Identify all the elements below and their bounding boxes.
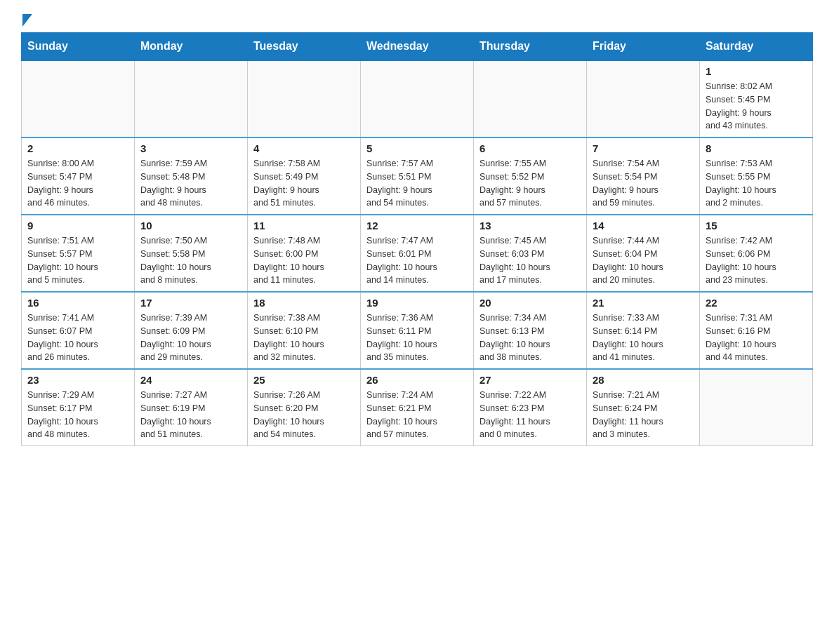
calendar-cell: 10Sunrise: 7:50 AM Sunset: 5:58 PM Dayli… xyxy=(135,215,248,292)
calendar-cell xyxy=(361,60,474,137)
day-info: Sunrise: 7:55 AM Sunset: 5:52 PM Dayligh… xyxy=(479,157,581,210)
day-info: Sunrise: 7:36 AM Sunset: 6:11 PM Dayligh… xyxy=(366,311,468,364)
weekday-header-saturday: Saturday xyxy=(700,33,813,61)
calendar-cell: 28Sunrise: 7:21 AM Sunset: 6:24 PM Dayli… xyxy=(587,369,700,446)
calendar-cell: 4Sunrise: 7:58 AM Sunset: 5:49 PM Daylig… xyxy=(248,137,361,215)
day-info: Sunrise: 7:33 AM Sunset: 6:14 PM Dayligh… xyxy=(593,311,694,364)
day-info: Sunrise: 7:34 AM Sunset: 6:13 PM Dayligh… xyxy=(479,311,581,364)
day-number: 20 xyxy=(479,297,581,309)
day-info: Sunrise: 7:42 AM Sunset: 6:06 PM Dayligh… xyxy=(706,234,807,287)
day-info: Sunrise: 7:48 AM Sunset: 6:00 PM Dayligh… xyxy=(253,234,355,287)
day-number: 21 xyxy=(593,297,694,309)
day-number: 5 xyxy=(366,142,468,154)
day-number: 17 xyxy=(140,297,241,309)
calendar-cell: 16Sunrise: 7:41 AM Sunset: 6:07 PM Dayli… xyxy=(22,292,135,369)
calendar-cell: 7Sunrise: 7:54 AM Sunset: 5:54 PM Daylig… xyxy=(587,137,700,215)
calendar-cell xyxy=(700,369,813,446)
calendar-cell: 24Sunrise: 7:27 AM Sunset: 6:19 PM Dayli… xyxy=(135,369,248,446)
calendar-cell: 23Sunrise: 7:29 AM Sunset: 6:17 PM Dayli… xyxy=(22,369,135,446)
calendar-cell: 2Sunrise: 8:00 AM Sunset: 5:47 PM Daylig… xyxy=(22,137,135,215)
calendar-cell: 5Sunrise: 7:57 AM Sunset: 5:51 PM Daylig… xyxy=(361,137,474,215)
day-number: 16 xyxy=(27,297,128,309)
calendar-cell: 13Sunrise: 7:45 AM Sunset: 6:03 PM Dayli… xyxy=(474,215,587,292)
day-info: Sunrise: 7:44 AM Sunset: 6:04 PM Dayligh… xyxy=(593,234,694,287)
weekday-header-sunday: Sunday xyxy=(22,33,135,61)
calendar-cell xyxy=(248,60,361,137)
weekday-header-tuesday: Tuesday xyxy=(248,33,361,61)
day-number: 13 xyxy=(479,220,581,232)
day-info: Sunrise: 7:59 AM Sunset: 5:48 PM Dayligh… xyxy=(140,157,241,210)
logo xyxy=(21,14,32,25)
day-number: 4 xyxy=(253,142,355,154)
day-number: 25 xyxy=(253,374,355,386)
weekday-header-wednesday: Wednesday xyxy=(361,33,474,61)
weekday-header-row: SundayMondayTuesdayWednesdayThursdayFrid… xyxy=(22,33,813,61)
calendar-cell: 9Sunrise: 7:51 AM Sunset: 5:57 PM Daylig… xyxy=(22,215,135,292)
calendar-table: SundayMondayTuesdayWednesdayThursdayFrid… xyxy=(21,32,813,446)
calendar-cell: 3Sunrise: 7:59 AM Sunset: 5:48 PM Daylig… xyxy=(135,137,248,215)
calendar-cell: 15Sunrise: 7:42 AM Sunset: 6:06 PM Dayli… xyxy=(700,215,813,292)
day-number: 1 xyxy=(706,65,807,77)
day-number: 28 xyxy=(593,374,694,386)
day-number: 14 xyxy=(593,220,694,232)
calendar-cell: 21Sunrise: 7:33 AM Sunset: 6:14 PM Dayli… xyxy=(587,292,700,369)
day-info: Sunrise: 7:22 AM Sunset: 6:23 PM Dayligh… xyxy=(479,389,581,441)
day-number: 19 xyxy=(366,297,468,309)
calendar-body: 1Sunrise: 8:02 AM Sunset: 5:45 PM Daylig… xyxy=(22,60,813,446)
day-number: 18 xyxy=(253,297,355,309)
day-info: Sunrise: 7:26 AM Sunset: 6:20 PM Dayligh… xyxy=(253,389,355,441)
day-info: Sunrise: 7:45 AM Sunset: 6:03 PM Dayligh… xyxy=(479,234,581,287)
calendar-cell: 26Sunrise: 7:24 AM Sunset: 6:21 PM Dayli… xyxy=(361,369,474,446)
day-info: Sunrise: 7:54 AM Sunset: 5:54 PM Dayligh… xyxy=(593,157,694,210)
calendar-header: SundayMondayTuesdayWednesdayThursdayFrid… xyxy=(22,33,813,61)
day-number: 9 xyxy=(27,220,128,232)
week-row-5: 23Sunrise: 7:29 AM Sunset: 6:17 PM Dayli… xyxy=(22,369,813,446)
week-row-1: 1Sunrise: 8:02 AM Sunset: 5:45 PM Daylig… xyxy=(22,60,813,137)
weekday-header-thursday: Thursday xyxy=(474,33,587,61)
day-number: 23 xyxy=(27,374,128,386)
day-info: Sunrise: 7:29 AM Sunset: 6:17 PM Dayligh… xyxy=(27,389,128,441)
calendar-cell: 17Sunrise: 7:39 AM Sunset: 6:09 PM Dayli… xyxy=(135,292,248,369)
day-number: 11 xyxy=(253,220,355,232)
day-number: 10 xyxy=(140,220,241,232)
calendar-cell: 6Sunrise: 7:55 AM Sunset: 5:52 PM Daylig… xyxy=(474,137,587,215)
page-header xyxy=(21,14,813,25)
calendar-cell: 8Sunrise: 7:53 AM Sunset: 5:55 PM Daylig… xyxy=(700,137,813,215)
day-number: 8 xyxy=(706,142,807,154)
day-info: Sunrise: 7:51 AM Sunset: 5:57 PM Dayligh… xyxy=(27,234,128,287)
logo-triangle-icon xyxy=(22,14,32,27)
week-row-2: 2Sunrise: 8:00 AM Sunset: 5:47 PM Daylig… xyxy=(22,137,813,215)
day-info: Sunrise: 7:21 AM Sunset: 6:24 PM Dayligh… xyxy=(593,389,694,441)
calendar-cell: 18Sunrise: 7:38 AM Sunset: 6:10 PM Dayli… xyxy=(248,292,361,369)
day-number: 7 xyxy=(593,142,694,154)
day-number: 6 xyxy=(479,142,581,154)
day-number: 12 xyxy=(366,220,468,232)
day-info: Sunrise: 8:00 AM Sunset: 5:47 PM Dayligh… xyxy=(27,157,128,210)
calendar-cell xyxy=(22,60,135,137)
day-info: Sunrise: 7:53 AM Sunset: 5:55 PM Dayligh… xyxy=(706,157,807,210)
calendar-cell xyxy=(474,60,587,137)
day-info: Sunrise: 7:58 AM Sunset: 5:49 PM Dayligh… xyxy=(253,157,355,210)
week-row-3: 9Sunrise: 7:51 AM Sunset: 5:57 PM Daylig… xyxy=(22,215,813,292)
calendar-cell: 14Sunrise: 7:44 AM Sunset: 6:04 PM Dayli… xyxy=(587,215,700,292)
calendar-cell: 27Sunrise: 7:22 AM Sunset: 6:23 PM Dayli… xyxy=(474,369,587,446)
day-info: Sunrise: 7:39 AM Sunset: 6:09 PM Dayligh… xyxy=(140,311,241,364)
weekday-header-monday: Monday xyxy=(135,33,248,61)
day-info: Sunrise: 7:38 AM Sunset: 6:10 PM Dayligh… xyxy=(253,311,355,364)
day-info: Sunrise: 7:50 AM Sunset: 5:58 PM Dayligh… xyxy=(140,234,241,287)
day-number: 27 xyxy=(479,374,581,386)
weekday-header-friday: Friday xyxy=(587,33,700,61)
calendar-cell: 11Sunrise: 7:48 AM Sunset: 6:00 PM Dayli… xyxy=(248,215,361,292)
day-info: Sunrise: 7:41 AM Sunset: 6:07 PM Dayligh… xyxy=(27,311,128,364)
calendar-cell: 1Sunrise: 8:02 AM Sunset: 5:45 PM Daylig… xyxy=(700,60,813,137)
calendar-cell: 25Sunrise: 7:26 AM Sunset: 6:20 PM Dayli… xyxy=(248,369,361,446)
day-info: Sunrise: 7:27 AM Sunset: 6:19 PM Dayligh… xyxy=(140,389,241,441)
day-number: 3 xyxy=(140,142,241,154)
day-number: 15 xyxy=(706,220,807,232)
day-info: Sunrise: 8:02 AM Sunset: 5:45 PM Dayligh… xyxy=(706,80,807,133)
day-number: 2 xyxy=(27,142,128,154)
calendar-cell: 19Sunrise: 7:36 AM Sunset: 6:11 PM Dayli… xyxy=(361,292,474,369)
day-info: Sunrise: 7:24 AM Sunset: 6:21 PM Dayligh… xyxy=(366,389,468,441)
day-number: 24 xyxy=(140,374,241,386)
calendar-cell: 20Sunrise: 7:34 AM Sunset: 6:13 PM Dayli… xyxy=(474,292,587,369)
